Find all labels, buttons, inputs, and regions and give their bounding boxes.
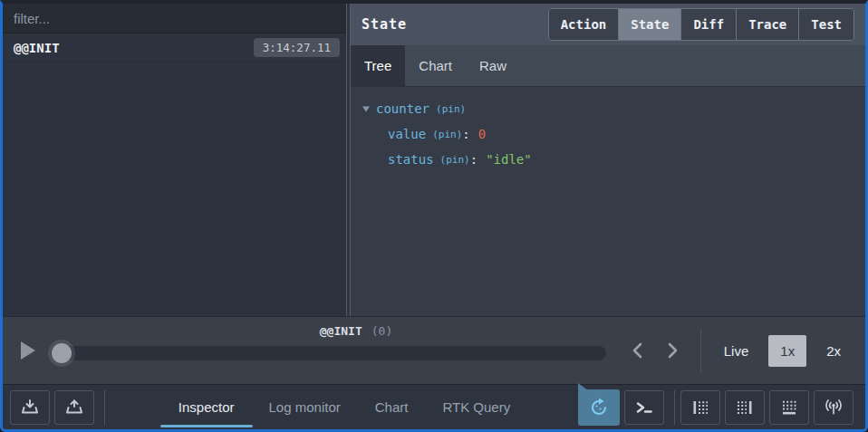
tab-rtk-query[interactable]: RTK Query bbox=[442, 394, 510, 420]
pin-button[interactable]: (pin) bbox=[440, 154, 470, 166]
speed-1x-button[interactable]: 1x bbox=[768, 335, 806, 367]
inspector-panel: State Action State Diff Trace Test Tree … bbox=[351, 4, 865, 316]
play-icon bbox=[15, 339, 39, 362]
import-button[interactable] bbox=[10, 390, 50, 425]
action-timestamp-badge: 3:14:27.11 bbox=[254, 38, 340, 57]
view-mode-bar: Tree Chart Raw bbox=[351, 45, 865, 87]
record-history-button[interactable] bbox=[578, 389, 620, 426]
tree-key[interactable]: counter bbox=[376, 101, 429, 116]
tree-node-counter[interactable]: counter (pin) bbox=[362, 96, 865, 121]
tab-action[interactable]: Action bbox=[549, 9, 619, 40]
current-action-name: @@INIT bbox=[320, 324, 362, 338]
step-back-button[interactable] bbox=[628, 341, 648, 360]
remote-button[interactable] bbox=[814, 390, 854, 425]
highlight-notch bbox=[578, 383, 588, 390]
play-button[interactable] bbox=[15, 339, 39, 362]
dock-left-icon bbox=[690, 397, 711, 418]
footer-divider bbox=[674, 390, 675, 425]
action-list-panel: @@INIT 3:14:27.11 bbox=[3, 4, 346, 316]
main-area: @@INIT 3:14:27.11 State Action State Dif… bbox=[3, 4, 865, 316]
action-name: @@INIT bbox=[14, 41, 60, 55]
broadcast-icon bbox=[823, 397, 844, 418]
dock-bottom-icon bbox=[778, 397, 800, 418]
inspector-header: State Action State Diff Trace Test bbox=[351, 4, 865, 45]
slider-thumb[interactable] bbox=[52, 343, 72, 363]
tree-value-string: "idle" bbox=[486, 152, 532, 167]
panel-title: State bbox=[362, 16, 407, 33]
action-list-item[interactable]: @@INIT 3:14:27.11 bbox=[3, 34, 346, 62]
live-button[interactable]: Live bbox=[720, 336, 753, 366]
timeline-slider[interactable] bbox=[51, 346, 606, 360]
redux-devtools-window: @@INIT 3:14:27.11 State Action State Dif… bbox=[0, 0, 868, 432]
expand-arrow-icon[interactable] bbox=[362, 104, 371, 113]
tab-inspector[interactable]: Inspector bbox=[178, 394, 235, 420]
subtab-tree[interactable]: Tree bbox=[351, 45, 405, 86]
dock-right-icon bbox=[734, 397, 756, 418]
footer-divider bbox=[104, 390, 105, 425]
footer-right-controls bbox=[578, 389, 858, 426]
chevron-right-icon bbox=[662, 341, 682, 360]
chevron-left-icon bbox=[628, 341, 648, 360]
tab-diff[interactable]: Diff bbox=[680, 9, 736, 40]
key-value-separator: : bbox=[462, 127, 469, 141]
dock-left-button[interactable] bbox=[680, 390, 720, 425]
dispatcher-button[interactable] bbox=[624, 390, 664, 425]
key-value-separator: : bbox=[470, 152, 477, 167]
tree-value-number: 0 bbox=[478, 127, 486, 141]
dock-right-button[interactable] bbox=[725, 390, 765, 425]
import-icon bbox=[19, 397, 41, 418]
tab-trace[interactable]: Trace bbox=[736, 9, 798, 40]
history-icon bbox=[588, 397, 610, 418]
filter-input[interactable] bbox=[3, 4, 346, 34]
subtab-raw[interactable]: Raw bbox=[466, 45, 520, 86]
tree-node-value: value (pin) : 0 bbox=[362, 121, 865, 147]
current-action-label: @@INIT(0) bbox=[320, 324, 392, 338]
inspector-tab-group: Action State Diff Trace Test bbox=[548, 8, 854, 41]
terminal-icon bbox=[633, 397, 655, 418]
current-action-index: (0) bbox=[371, 324, 392, 338]
monitor-tabs: Inspector Log monitor Chart RTK Query bbox=[111, 394, 578, 420]
pin-button[interactable]: (pin) bbox=[436, 103, 466, 115]
playback-bar: @@INIT(0) Live 1x 2x bbox=[3, 316, 865, 384]
export-button[interactable] bbox=[54, 390, 94, 425]
subtab-chart[interactable]: Chart bbox=[405, 45, 466, 86]
tab-chart[interactable]: Chart bbox=[375, 394, 409, 420]
tab-state[interactable]: State bbox=[618, 9, 680, 40]
state-tree: counter (pin) value (pin) : 0 status (pi… bbox=[351, 87, 865, 316]
speed-2x-button[interactable]: 2x bbox=[823, 336, 844, 366]
tab-test[interactable]: Test bbox=[798, 9, 854, 40]
pin-button[interactable]: (pin) bbox=[432, 129, 462, 140]
dock-bottom-button[interactable] bbox=[769, 390, 809, 425]
footer-bar: Inspector Log monitor Chart RTK Query bbox=[3, 384, 865, 429]
step-forward-button[interactable] bbox=[662, 341, 682, 360]
tree-key[interactable]: status bbox=[388, 152, 434, 167]
tree-key[interactable]: value bbox=[388, 127, 426, 141]
tree-node-status: status (pin) : "idle" bbox=[362, 147, 865, 172]
playback-divider bbox=[700, 329, 701, 372]
tab-log-monitor[interactable]: Log monitor bbox=[269, 394, 341, 420]
export-icon bbox=[63, 397, 85, 418]
